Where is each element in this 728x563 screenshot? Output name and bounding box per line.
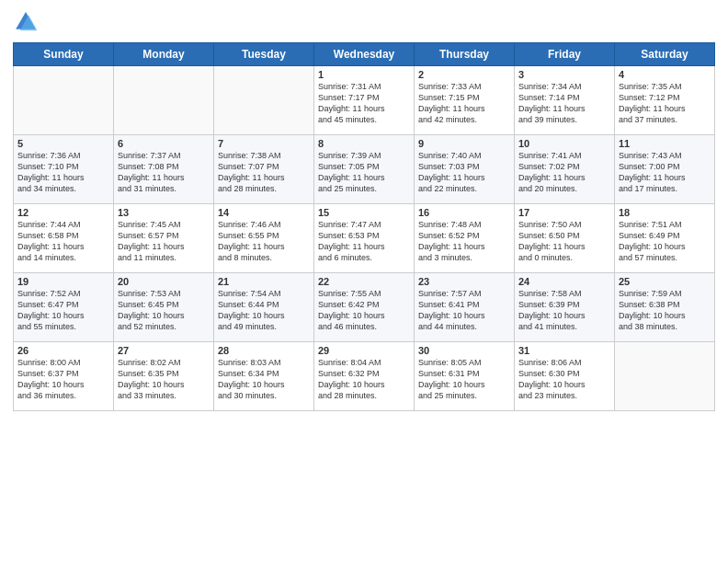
day-info: Sunrise: 7:51 AM Sunset: 6:49 PM Dayligh…	[619, 219, 711, 264]
day-info: Sunrise: 7:43 AM Sunset: 7:00 PM Dayligh…	[619, 150, 711, 195]
calendar-cell: 24Sunrise: 7:58 AM Sunset: 6:39 PM Dayli…	[515, 273, 615, 342]
calendar-cell: 26Sunrise: 8:00 AM Sunset: 6:37 PM Dayli…	[14, 342, 114, 411]
day-number: 27	[118, 345, 210, 356]
day-number: 25	[619, 276, 711, 287]
day-info: Sunrise: 7:39 AM Sunset: 7:05 PM Dayligh…	[318, 150, 410, 195]
calendar-cell	[14, 66, 114, 135]
day-info: Sunrise: 7:57 AM Sunset: 6:41 PM Dayligh…	[418, 288, 510, 333]
day-number: 22	[318, 276, 410, 287]
calendar-body: 1Sunrise: 7:31 AM Sunset: 7:17 PM Daylig…	[14, 66, 715, 411]
day-info: Sunrise: 7:48 AM Sunset: 6:52 PM Dayligh…	[418, 219, 510, 264]
calendar-cell: 3Sunrise: 7:34 AM Sunset: 7:14 PM Daylig…	[515, 66, 615, 135]
calendar-cell: 6Sunrise: 7:37 AM Sunset: 7:08 PM Daylig…	[114, 135, 214, 204]
calendar-cell: 21Sunrise: 7:54 AM Sunset: 6:44 PM Dayli…	[214, 273, 314, 342]
day-info: Sunrise: 7:47 AM Sunset: 6:53 PM Dayligh…	[318, 219, 410, 264]
calendar-cell: 28Sunrise: 8:03 AM Sunset: 6:34 PM Dayli…	[214, 342, 314, 411]
day-number: 2	[418, 69, 510, 80]
page: Sunday Monday Tuesday Wednesday Thursday…	[0, 0, 728, 563]
day-number: 4	[619, 69, 711, 80]
calendar-cell: 18Sunrise: 7:51 AM Sunset: 6:49 PM Dayli…	[615, 204, 715, 273]
day-info: Sunrise: 7:44 AM Sunset: 6:58 PM Dayligh…	[17, 219, 109, 264]
calendar-week-5: 26Sunrise: 8:00 AM Sunset: 6:37 PM Dayli…	[14, 342, 715, 411]
day-number: 13	[118, 207, 210, 218]
day-number: 23	[418, 276, 510, 287]
calendar-cell: 19Sunrise: 7:52 AM Sunset: 6:47 PM Dayli…	[14, 273, 114, 342]
day-info: Sunrise: 8:02 AM Sunset: 6:35 PM Dayligh…	[118, 357, 210, 402]
logo-icon	[13, 9, 39, 35]
day-number: 28	[218, 345, 310, 356]
calendar-cell	[214, 66, 314, 135]
day-number: 9	[418, 138, 510, 149]
calendar-cell: 29Sunrise: 8:04 AM Sunset: 6:32 PM Dayli…	[314, 342, 415, 411]
calendar-cell: 16Sunrise: 7:48 AM Sunset: 6:52 PM Dayli…	[415, 204, 515, 273]
calendar-cell: 20Sunrise: 7:53 AM Sunset: 6:45 PM Dayli…	[114, 273, 214, 342]
calendar-week-4: 19Sunrise: 7:52 AM Sunset: 6:47 PM Dayli…	[14, 273, 715, 342]
day-info: Sunrise: 7:52 AM Sunset: 6:47 PM Dayligh…	[17, 288, 109, 333]
header-sunday: Sunday	[14, 43, 114, 66]
day-number: 31	[518, 345, 610, 356]
calendar-cell: 14Sunrise: 7:46 AM Sunset: 6:55 PM Dayli…	[214, 204, 314, 273]
day-number: 30	[418, 345, 510, 356]
day-info: Sunrise: 7:40 AM Sunset: 7:03 PM Dayligh…	[418, 150, 510, 195]
day-info: Sunrise: 7:36 AM Sunset: 7:10 PM Dayligh…	[17, 150, 109, 195]
day-info: Sunrise: 7:35 AM Sunset: 7:12 PM Dayligh…	[619, 81, 711, 126]
day-info: Sunrise: 7:45 AM Sunset: 6:57 PM Dayligh…	[118, 219, 210, 264]
logo	[13, 9, 40, 35]
day-number: 26	[17, 345, 109, 356]
day-number: 7	[218, 138, 310, 149]
day-info: Sunrise: 8:06 AM Sunset: 6:30 PM Dayligh…	[518, 357, 610, 402]
day-info: Sunrise: 7:34 AM Sunset: 7:14 PM Dayligh…	[518, 81, 610, 126]
day-info: Sunrise: 7:50 AM Sunset: 6:50 PM Dayligh…	[518, 219, 610, 264]
day-headers-row: Sunday Monday Tuesday Wednesday Thursday…	[14, 43, 715, 66]
day-info: Sunrise: 7:31 AM Sunset: 7:17 PM Dayligh…	[318, 81, 410, 126]
calendar-week-3: 12Sunrise: 7:44 AM Sunset: 6:58 PM Dayli…	[14, 204, 715, 273]
day-number: 11	[619, 138, 711, 149]
day-number: 18	[619, 207, 711, 218]
day-number: 6	[118, 138, 210, 149]
calendar-cell: 17Sunrise: 7:50 AM Sunset: 6:50 PM Dayli…	[515, 204, 615, 273]
day-number: 14	[218, 207, 310, 218]
calendar-cell: 27Sunrise: 8:02 AM Sunset: 6:35 PM Dayli…	[114, 342, 214, 411]
header-monday: Monday	[114, 43, 214, 66]
day-number: 16	[418, 207, 510, 218]
day-info: Sunrise: 7:41 AM Sunset: 7:02 PM Dayligh…	[518, 150, 610, 195]
day-info: Sunrise: 7:58 AM Sunset: 6:39 PM Dayligh…	[518, 288, 610, 333]
calendar-cell: 13Sunrise: 7:45 AM Sunset: 6:57 PM Dayli…	[114, 204, 214, 273]
day-number: 17	[518, 207, 610, 218]
calendar-cell: 5Sunrise: 7:36 AM Sunset: 7:10 PM Daylig…	[14, 135, 114, 204]
day-info: Sunrise: 7:55 AM Sunset: 6:42 PM Dayligh…	[318, 288, 410, 333]
day-info: Sunrise: 8:05 AM Sunset: 6:31 PM Dayligh…	[418, 357, 510, 402]
calendar-cell: 7Sunrise: 7:38 AM Sunset: 7:07 PM Daylig…	[214, 135, 314, 204]
day-number: 5	[17, 138, 109, 149]
day-number: 20	[118, 276, 210, 287]
day-number: 1	[318, 69, 410, 80]
calendar-cell: 30Sunrise: 8:05 AM Sunset: 6:31 PM Dayli…	[415, 342, 515, 411]
day-info: Sunrise: 7:33 AM Sunset: 7:15 PM Dayligh…	[418, 81, 510, 126]
day-info: Sunrise: 7:46 AM Sunset: 6:55 PM Dayligh…	[218, 219, 310, 264]
day-number: 15	[318, 207, 410, 218]
calendar-cell	[114, 66, 214, 135]
day-number: 8	[318, 138, 410, 149]
calendar-table: Sunday Monday Tuesday Wednesday Thursday…	[13, 42, 715, 411]
day-number: 21	[218, 276, 310, 287]
header-saturday: Saturday	[615, 43, 715, 66]
calendar-cell: 25Sunrise: 7:59 AM Sunset: 6:38 PM Dayli…	[615, 273, 715, 342]
calendar-cell: 12Sunrise: 7:44 AM Sunset: 6:58 PM Dayli…	[14, 204, 114, 273]
day-info: Sunrise: 8:00 AM Sunset: 6:37 PM Dayligh…	[17, 357, 109, 402]
calendar-cell: 11Sunrise: 7:43 AM Sunset: 7:00 PM Dayli…	[615, 135, 715, 204]
day-number: 12	[17, 207, 109, 218]
day-info: Sunrise: 8:04 AM Sunset: 6:32 PM Dayligh…	[318, 357, 410, 402]
calendar-cell: 31Sunrise: 8:06 AM Sunset: 6:30 PM Dayli…	[515, 342, 615, 411]
day-number: 10	[518, 138, 610, 149]
calendar-cell: 2Sunrise: 7:33 AM Sunset: 7:15 PM Daylig…	[415, 66, 515, 135]
calendar-week-2: 5Sunrise: 7:36 AM Sunset: 7:10 PM Daylig…	[14, 135, 715, 204]
calendar-cell: 23Sunrise: 7:57 AM Sunset: 6:41 PM Dayli…	[415, 273, 515, 342]
calendar-header: Sunday Monday Tuesday Wednesday Thursday…	[14, 43, 715, 66]
calendar-cell: 8Sunrise: 7:39 AM Sunset: 7:05 PM Daylig…	[314, 135, 415, 204]
calendar-week-1: 1Sunrise: 7:31 AM Sunset: 7:17 PM Daylig…	[14, 66, 715, 135]
calendar-cell: 15Sunrise: 7:47 AM Sunset: 6:53 PM Dayli…	[314, 204, 415, 273]
day-info: Sunrise: 7:54 AM Sunset: 6:44 PM Dayligh…	[218, 288, 310, 333]
day-info: Sunrise: 7:37 AM Sunset: 7:08 PM Dayligh…	[118, 150, 210, 195]
day-number: 19	[17, 276, 109, 287]
header-tuesday: Tuesday	[214, 43, 314, 66]
